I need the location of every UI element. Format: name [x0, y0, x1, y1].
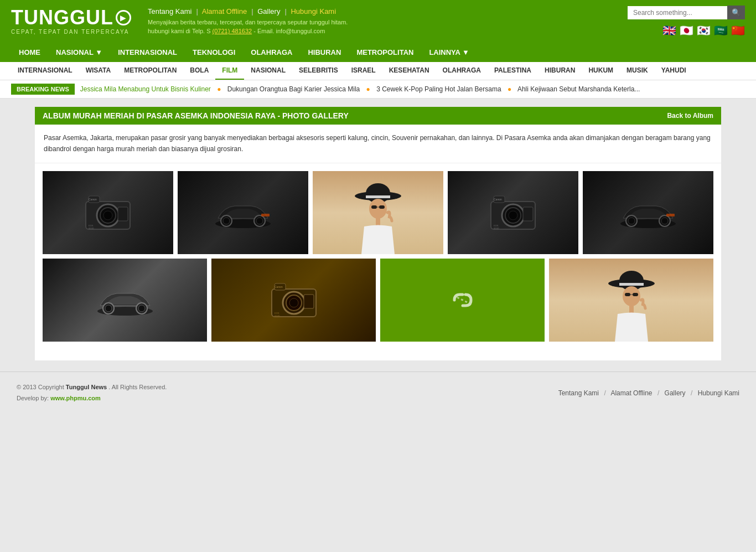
- gallery-item-1[interactable]: Canon EOS 600D: [43, 171, 173, 254]
- svg-rect-19: [371, 205, 377, 209]
- breaking-item-1[interactable]: Jessica Mila Menabung Untuk Bisnis Kulin…: [80, 85, 211, 93]
- gallery-item-9[interactable]: [549, 259, 713, 342]
- gallery-item-2[interactable]: [178, 171, 308, 254]
- nav-hiburan[interactable]: HIBURAN: [300, 43, 349, 62]
- subnav-musik[interactable]: MUSIK: [620, 62, 655, 79]
- svg-text:600D: 600D: [494, 227, 499, 230]
- footer-dev-link[interactable]: www.phpmu.com: [50, 395, 101, 401]
- subnav-film[interactable]: FILM: [215, 62, 244, 80]
- flag-uk[interactable]: 🇬🇧: [662, 24, 676, 37]
- broken-link-svg: [446, 283, 479, 317]
- flag-jp[interactable]: 🇯🇵: [680, 24, 693, 37]
- breaking-item-4[interactable]: Ahli Kejiwaan Sebut Marshanda Keterla...: [517, 85, 640, 93]
- subnav-metropolitan[interactable]: METROPOLITAN: [117, 62, 183, 79]
- footer-nav-alamat[interactable]: Alamat Offline: [610, 389, 652, 397]
- svg-rect-48: [304, 295, 314, 308]
- subnav-israel[interactable]: ISRAEL: [345, 62, 382, 79]
- breaking-separator-3: ●: [508, 85, 511, 93]
- subnav-olahraga[interactable]: OLAHRAGA: [436, 62, 488, 79]
- gallery-row-2: Canon EOS 600D: [35, 259, 721, 349]
- nav-internasional[interactable]: INTERNASIONAL: [110, 43, 185, 62]
- gallery-item-8[interactable]: [380, 259, 545, 342]
- subnav-internasional[interactable]: INTERNASIONAL: [11, 62, 79, 79]
- footer-nav-hubungi[interactable]: Hubungi Kami: [698, 389, 739, 397]
- car-svg-1: [213, 196, 273, 229]
- album-title: ALBUM MURAH MERIAH DI PASAR ASEMKA INDON…: [43, 111, 349, 120]
- nav-lainnya[interactable]: LAINNYA ▼: [421, 43, 477, 62]
- nav-home[interactable]: HOME: [11, 43, 48, 62]
- album-desc-text: Pasar Asemka, Jakarta, merupakan pasar g…: [44, 132, 712, 155]
- gallery-item-3[interactable]: [313, 171, 443, 254]
- album-header: ALBUM MURAH MERIAH DI PASAR ASEMKA INDON…: [35, 107, 721, 125]
- svg-rect-14: [261, 214, 270, 216]
- svg-rect-5: [118, 207, 128, 221]
- svg-text:Canon: Canon: [494, 198, 502, 201]
- header-nav-tentang[interactable]: Tentang Kami: [148, 7, 192, 16]
- subnav-selebritis[interactable]: SELEBRITIS: [292, 62, 345, 79]
- svg-rect-55: [619, 283, 644, 286]
- svg-point-11: [223, 218, 230, 224]
- footer-brand: Tunggul News: [66, 384, 107, 390]
- footer-left: © 2013 Copyright Tunggul News . All Righ…: [17, 382, 167, 404]
- svg-rect-57: [625, 293, 630, 296]
- logo-text: TUNGGUL: [11, 8, 113, 28]
- header-nav-alamat[interactable]: Alamat Offline: [202, 7, 247, 16]
- svg-rect-58: [633, 293, 638, 296]
- subnav-palestina[interactable]: PALESTINA: [488, 62, 538, 79]
- nav-olahraga[interactable]: OLAHRAGA: [243, 43, 300, 62]
- breaking-item-3[interactable]: 3 Cewek K-Pop Paling Hot Jalan Bersama: [376, 85, 501, 93]
- camera-svg-2: Canon EOS 600D: [485, 190, 541, 235]
- sub-navigation: INTERNASIONAL WISATA METROPOLITAN BOLA F…: [0, 62, 756, 80]
- svg-text:Canon: Canon: [275, 285, 283, 288]
- subnav-kesehatan[interactable]: KESEHATAN: [382, 62, 436, 79]
- footer-sep-2: /: [657, 389, 659, 397]
- develop-text: Develop by:: [17, 395, 50, 401]
- subnav-wisata[interactable]: WISATA: [79, 62, 118, 79]
- header-phone[interactable]: (0721) 481632: [213, 28, 252, 34]
- gallery-item-7[interactable]: Canon EOS 600D: [211, 259, 376, 342]
- svg-rect-22: [376, 218, 380, 226]
- subnav-hukum[interactable]: HUKUM: [582, 62, 620, 79]
- breaking-item-2[interactable]: Dukungan Orangtua Bagi Karier Jessica Mi…: [227, 85, 360, 93]
- subnav-nasional[interactable]: NASIONAL: [244, 62, 292, 79]
- gallery-item-6[interactable]: [43, 259, 207, 342]
- svg-line-52: [457, 297, 468, 303]
- logo-icon: ▶: [116, 10, 131, 25]
- main-navigation: HOME NASIONAL ▼ INTERNASIONAL TEKNOLOGI …: [0, 43, 756, 62]
- svg-point-56: [623, 286, 640, 306]
- subnav-hiburan[interactable]: HIBURAN: [538, 62, 582, 79]
- nav-metropolitan[interactable]: METROPOLITAN: [349, 43, 421, 62]
- subnav-yahudi[interactable]: YAHUDI: [655, 62, 693, 79]
- search-box: 🔍: [628, 6, 745, 19]
- gallery-item-5[interactable]: [583, 171, 713, 254]
- footer-nav-tentang[interactable]: Tentang Kami: [558, 389, 599, 397]
- svg-point-26: [509, 211, 517, 220]
- logo-area: TUNGGUL ▶ CEPAT, TEPAT DAN TERPERCAYA: [11, 8, 131, 35]
- svg-rect-20: [379, 205, 385, 209]
- header-nav-hubungi[interactable]: Hubungi Kami: [291, 7, 336, 16]
- footer-nav-gallery[interactable]: Gallery: [665, 389, 686, 397]
- breaking-news-label: BREAKING NEWS: [11, 84, 75, 95]
- camera-svg-3: Canon EOS 600D: [266, 278, 322, 322]
- flag-cn[interactable]: 🇨🇳: [731, 24, 745, 37]
- flag-kr[interactable]: 🇰🇷: [697, 24, 711, 37]
- language-flags: 🇬🇧 🇯🇵 🇰🇷 🇸🇦 🇨🇳: [662, 24, 745, 37]
- svg-point-34: [628, 218, 635, 224]
- svg-point-46: [289, 298, 298, 307]
- search-input[interactable]: [628, 6, 727, 19]
- search-button[interactable]: 🔍: [727, 6, 745, 19]
- subnav-bola[interactable]: BOLA: [183, 62, 215, 79]
- nav-teknologi[interactable]: TEKNOLOGI: [185, 43, 243, 62]
- site-header: TUNGGUL ▶ CEPAT, TEPAT DAN TERPERCAYA Te…: [0, 0, 756, 43]
- flag-sa[interactable]: 🇸🇦: [714, 24, 728, 37]
- site-footer: © 2013 Copyright Tunggul News . All Righ…: [0, 372, 756, 414]
- svg-point-42: [138, 305, 145, 312]
- copyright-text: © 2013 Copyright: [17, 384, 66, 390]
- gallery-item-4[interactable]: Canon EOS 600D: [448, 171, 578, 254]
- svg-point-13: [256, 218, 263, 224]
- back-to-album-button[interactable]: Back to Album: [667, 112, 713, 120]
- woman-svg-2: [607, 264, 656, 342]
- header-nav-gallery[interactable]: Gallery: [257, 7, 280, 16]
- nav-nasional[interactable]: NASIONAL ▼: [48, 43, 110, 62]
- woman-svg-1: [353, 177, 403, 254]
